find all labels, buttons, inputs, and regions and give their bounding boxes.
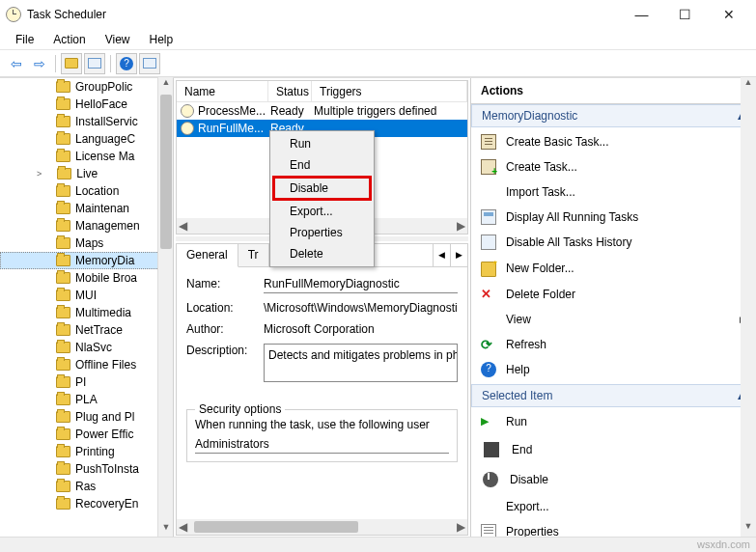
action-item[interactable]: Disable All Tasks History — [471, 230, 756, 255]
tree-item[interactable]: GroupPolic — [0, 78, 173, 96]
context-menu-item[interactable]: Delete — [272, 243, 372, 264]
toolbar-pane2-button[interactable] — [139, 53, 160, 74]
tree-item[interactable]: Mobile Broa — [0, 269, 173, 287]
menu-file[interactable]: File — [6, 30, 43, 49]
tab-general[interactable]: General — [177, 244, 238, 267]
tree-item[interactable]: InstallServic — [0, 113, 173, 130]
blank-icon — [481, 184, 496, 200]
blank-icon — [481, 499, 496, 514]
action-item[interactable]: Display All Running Tasks — [471, 205, 756, 230]
tree-item[interactable]: Plug and Pl — [0, 408, 173, 426]
context-menu-item[interactable]: Properties — [272, 222, 372, 243]
expand-icon[interactable]: > — [37, 169, 42, 179]
tree-item-label: LanguageC — [75, 132, 135, 146]
action-item[interactable]: Import Task... — [471, 179, 756, 205]
value-description[interactable]: Detects and mitigates problems in physic… — [264, 344, 458, 382]
tree-item[interactable]: License Ma — [0, 148, 173, 165]
col-status[interactable]: Status — [268, 81, 312, 101]
action-item[interactable]: Disable — [471, 465, 756, 494]
folder-icon — [56, 185, 70, 197]
tree-item[interactable]: Maps — [0, 235, 173, 252]
label-name: Name: — [186, 277, 264, 293]
window-resizer — [0, 537, 756, 552]
tree-item[interactable]: LanguageC — [0, 130, 173, 148]
tree-item[interactable]: >Live — [0, 165, 173, 182]
action-item[interactable]: Create Task... — [471, 154, 756, 179]
action-item[interactable]: Create Basic Task... — [471, 129, 756, 154]
task-row[interactable]: ProcessMe...ReadyMultiple triggers defin… — [177, 102, 467, 120]
ic-newfolder-icon — [481, 262, 496, 277]
context-menu-item[interactable]: End — [272, 154, 372, 176]
tree-item-label: PLA — [75, 393, 98, 406]
tab-scroll[interactable]: ◀▶ — [433, 244, 467, 266]
tree-item[interactable]: PLA — [0, 391, 173, 408]
tree-item-label: MUI — [75, 289, 97, 302]
action-item[interactable]: ?Help — [471, 357, 756, 382]
tree-scrollbar[interactable]: ▲▼ — [157, 77, 173, 538]
close-button[interactable]: ✕ — [707, 1, 750, 28]
tree-item[interactable]: Managemen — [0, 217, 173, 235]
pane-icon — [88, 58, 101, 69]
context-menu-item[interactable]: Disable — [272, 176, 372, 201]
task-clock-icon — [181, 104, 194, 118]
folder-icon — [56, 411, 70, 423]
action-item[interactable]: View▶ — [471, 307, 756, 332]
toolbar: ⇦ ⇨ ? — [0, 50, 756, 77]
folder-icon — [56, 151, 70, 162]
tree-item-label: Maps — [75, 236, 103, 250]
tree-item[interactable]: NlaSvc — [0, 339, 173, 356]
tree-item[interactable]: HelloFace — [0, 96, 173, 113]
context-menu-item[interactable]: Run — [272, 133, 372, 154]
tree-item[interactable]: MemoryDia — [0, 252, 173, 269]
minimize-button[interactable]: — — [620, 1, 663, 28]
tree-item[interactable]: Location — [0, 182, 173, 200]
menu-help[interactable]: Help — [140, 30, 183, 49]
nav-forward-button[interactable]: ⇨ — [29, 53, 50, 74]
action-item[interactable]: New Folder... — [471, 255, 756, 282]
folder-icon — [56, 324, 70, 336]
menu-action[interactable]: Action — [43, 30, 95, 49]
tree-item[interactable]: NetTrace — [0, 321, 173, 339]
actions-group1-label: MemoryDiagnostic — [482, 109, 577, 123]
action-item[interactable]: Refresh — [471, 332, 756, 357]
folder-icon — [57, 168, 71, 179]
tree-item[interactable]: Power Effic — [0, 426, 173, 443]
toolbar-separator — [110, 55, 111, 72]
tree-item[interactable]: Offline Files — [0, 356, 173, 373]
details-hscroll[interactable]: ◀▶ — [177, 519, 467, 535]
actions-group1-title[interactable]: MemoryDiagnostic ▲ — [471, 104, 756, 127]
tab-triggers[interactable]: Tr — [238, 244, 269, 266]
tree-item-label: Maintenan — [75, 202, 129, 215]
toolbar-help-button[interactable]: ? — [116, 53, 137, 74]
tree-item-label: Ras — [75, 480, 96, 493]
tree-item[interactable]: Multimedia — [0, 304, 173, 321]
tree-item[interactable]: PushToInsta — [0, 460, 173, 478]
tree-item[interactable]: PI — [0, 373, 173, 391]
action-item[interactable]: Export... — [471, 494, 756, 519]
actions-group2-title[interactable]: Selected Item ▲ — [471, 384, 756, 407]
label-author: Author: — [186, 322, 264, 336]
tree-item-label: Plug and Pl — [75, 410, 134, 424]
folder-icon — [56, 498, 70, 510]
maximize-button[interactable]: ☐ — [663, 1, 707, 28]
nav-back-button[interactable]: ⇦ — [6, 53, 27, 74]
action-item[interactable]: End — [471, 434, 756, 465]
tree-item-label: License Ma — [75, 150, 134, 163]
menu-view[interactable]: View — [96, 30, 140, 49]
action-item[interactable]: Delete Folder — [471, 282, 756, 307]
tree-item[interactable]: RecoveryEn — [0, 495, 173, 512]
tree-item[interactable]: Maintenan — [0, 200, 173, 217]
action-item[interactable]: Run — [471, 409, 756, 434]
action-label: Disable — [510, 473, 548, 486]
col-name[interactable]: Name — [177, 81, 268, 101]
toolbar-pane-button[interactable] — [84, 53, 105, 74]
toolbar-folder-button[interactable] — [61, 53, 82, 74]
tree-item[interactable]: Ras — [0, 478, 173, 495]
tree-item-label: NetTrace — [75, 323, 123, 337]
context-menu-item[interactable]: Export... — [272, 201, 372, 222]
toolbar-separator — [55, 55, 56, 72]
actions-scrollbar[interactable]: ▲▼ — [741, 77, 756, 537]
tree-item[interactable]: Printing — [0, 443, 173, 460]
tree-item[interactable]: MUI — [0, 287, 173, 304]
col-triggers[interactable]: Triggers — [312, 81, 467, 101]
